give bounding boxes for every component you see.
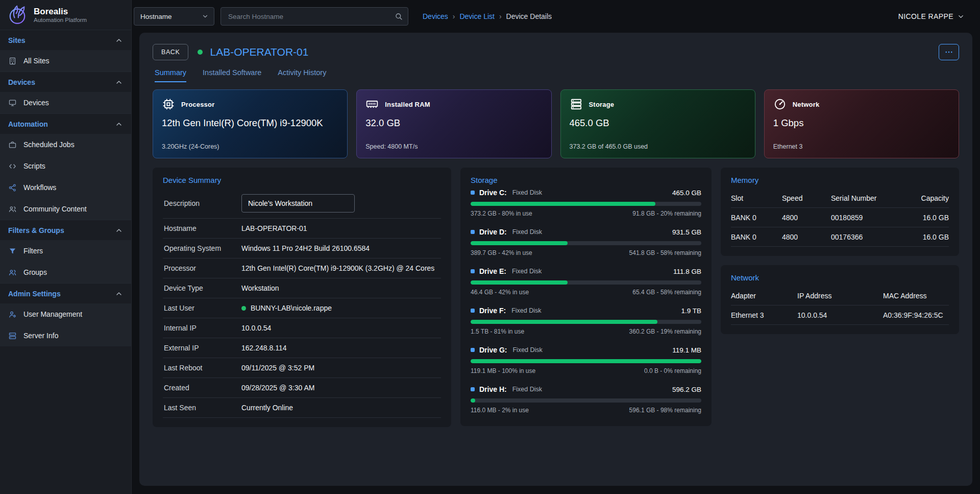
card-footer: 3.20GHz (24-Cores) (162, 143, 338, 150)
sidebar-item-server-info[interactable]: Server Info (0, 325, 131, 346)
section-label: Devices (8, 78, 35, 86)
row-value: Workstation (241, 284, 279, 292)
row-label: Created (164, 384, 241, 392)
drive-row-h: Drive H: Fixed Disk 596.2 GB 116.0 MB - … (471, 385, 701, 414)
building-icon (8, 57, 17, 65)
nav-item-label: Scheduled Jobs (23, 140, 75, 149)
sidebar-item-groups[interactable]: Groups (0, 262, 131, 283)
drive-remaining: 65.4 GB - 58% remaining (632, 289, 701, 296)
row-value: 12th Gen Intel(R) Core(TM) i9-12900K (3.… (241, 264, 434, 272)
breadcrumb-device-list[interactable]: Device List (459, 12, 494, 20)
description-input[interactable] (241, 194, 355, 213)
content-area: Hostname Devices › Device List › Device … (132, 0, 980, 494)
drive-usage-fill (471, 241, 568, 245)
card-footer: Ethernet 3 (773, 143, 950, 150)
summary-row-last-user: Last User BUNNY-LAB\nicole.rappe (163, 298, 441, 318)
drive-used: 373.2 GB - 80% in use (471, 210, 532, 217)
breadcrumb-devices[interactable]: Devices (423, 12, 448, 20)
drive-size: 1.9 TB (681, 307, 701, 315)
sidebar-item-scripts[interactable]: Scripts (0, 155, 131, 177)
sidebar-section-devices[interactable]: Devices (0, 72, 131, 92)
ram-icon (365, 98, 379, 111)
drive-usage-bar (471, 320, 701, 324)
tab-summary[interactable]: Summary (155, 68, 186, 82)
gauge-icon (773, 98, 787, 111)
row-label: Last Reboot (164, 364, 241, 372)
panel-title: Storage (471, 176, 701, 184)
sidebar-item-scheduled-jobs[interactable]: Scheduled Jobs (0, 134, 131, 155)
drive-remaining: 541.8 GB - 58% remaining (629, 249, 701, 256)
brand: Borealis Automation Platform (0, 0, 131, 30)
sidebar-section-admin-settings[interactable]: Admin Settings (0, 283, 131, 303)
network-adapter: Ethernet 3 (731, 311, 797, 319)
panel-title: Network (731, 273, 949, 282)
drive-name: Drive G: (479, 346, 507, 354)
memory-serial: 00176366 (831, 233, 902, 241)
sidebar-item-community-content[interactable]: Community Content (0, 198, 131, 220)
search-input[interactable] (227, 12, 395, 21)
card-value: 32.0 GB (365, 117, 542, 129)
more-options-button[interactable] (939, 44, 959, 60)
back-button[interactable]: BACK (153, 44, 188, 60)
memory-speed: 4800 (782, 214, 831, 222)
hostname-filter-select[interactable]: Hostname (134, 7, 214, 26)
stat-cards: Processor 12th Gen Intel(R) Core(TM) i9-… (153, 89, 959, 158)
drive-row-c: Drive C: Fixed Disk 465.0 GB 373.2 GB - … (471, 189, 701, 217)
sidebar-section-filters-groups[interactable]: Filters & Groups (0, 220, 131, 240)
monitor-icon (8, 99, 17, 107)
row-value: Windows 11 Pro 24H2 Build 26100.6584 (241, 244, 370, 252)
summary-row-device-type: Device Type Workstation (163, 278, 441, 298)
processor-card: Processor 12th Gen Intel(R) Core(TM) i9-… (153, 89, 348, 158)
drive-row-f: Drive F: Fixed Disk 1.9 TB 1.5 TB - 81% … (471, 307, 701, 335)
card-title: Processor (181, 101, 214, 108)
search-box[interactable] (220, 7, 408, 26)
drive-usage-fill (471, 320, 657, 324)
summary-row-description: Description (163, 189, 441, 219)
sidebar-item-filters[interactable]: Filters (0, 240, 131, 262)
sidebar-item-user-management[interactable]: User Management (0, 303, 131, 325)
drive-size: 465.0 GB (672, 189, 701, 197)
section-label: Admin Settings (8, 290, 61, 298)
card-footer: Speed: 4800 MT/s (365, 143, 542, 150)
row-value: BUNNY-LAB\nicole.rappe (251, 304, 332, 312)
user-gear-icon (8, 310, 17, 319)
ellipsis-icon (944, 48, 953, 57)
user-menu[interactable]: NICOLE RAPPE (898, 12, 965, 20)
drive-row-d: Drive D: Fixed Disk 931.5 GB 389.7 GB - … (471, 228, 701, 256)
device-header: BACK LAB-OPERATOR-01 (153, 44, 959, 60)
chevron-up-icon (115, 226, 123, 234)
network-panel: Network Adapter IP Address MAC Address E… (721, 265, 959, 334)
drive-bullet-icon (471, 348, 475, 352)
drive-usage-bar (471, 398, 701, 403)
tab-installed-software[interactable]: Installed Software (203, 68, 261, 82)
drive-type: Fixed Disk (512, 346, 542, 354)
drive-name: Drive F: (479, 307, 506, 315)
sidebar-section-automation[interactable]: Automation (0, 113, 131, 134)
drive-type: Fixed Disk (512, 189, 542, 196)
drive-type: Fixed Disk (511, 307, 541, 314)
row-label: Device Type (164, 284, 241, 292)
drive-size: 596.2 GB (672, 386, 701, 393)
sidebar-item-all-sites[interactable]: All Sites (0, 50, 131, 72)
nav-item-label: Community Content (23, 205, 87, 213)
tabs: Summary Installed Software Activity Hist… (153, 68, 959, 82)
sidebar-section-sites[interactable]: Sites (0, 30, 131, 50)
drive-used: 1.5 TB - 81% in use (471, 328, 524, 335)
drive-usage-bar (471, 202, 701, 206)
tab-activity-history[interactable]: Activity History (278, 68, 326, 82)
drive-usage-bar (471, 241, 701, 245)
sidebar-item-workflows[interactable]: Workflows (0, 177, 131, 198)
network-ip: 10.0.0.54 (797, 311, 883, 319)
drive-type: Fixed Disk (512, 386, 542, 393)
memory-row: BANK 0 4800 00176366 16.0 GB (731, 227, 949, 247)
search-icon[interactable] (395, 12, 403, 20)
brand-name: Borealis (34, 7, 87, 17)
row-value: Currently Online (241, 404, 293, 412)
drive-used: 119.1 MB - 100% in use (471, 367, 535, 374)
col-speed: Speed (782, 194, 831, 202)
memory-table-header: Slot Speed Serial Number Capacity (731, 189, 949, 208)
workflow-icon (8, 183, 17, 192)
server-icon (8, 332, 17, 340)
row-label: Description (164, 199, 241, 207)
sidebar-item-devices[interactable]: Devices (0, 92, 131, 113)
